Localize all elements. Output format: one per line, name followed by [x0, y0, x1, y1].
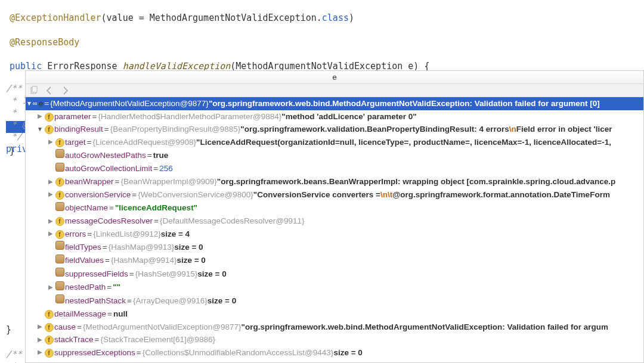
variables-tree[interactable]: ∞ e = {MethodArgumentNotValidException@9…	[26, 97, 643, 362]
var-name: parameter	[54, 111, 91, 123]
tree-row[interactable]: nestedPath = ""	[26, 281, 643, 294]
var-type: {HandlerMethod$HandlerMethodParameter@98…	[98, 111, 281, 123]
property-icon	[55, 281, 64, 290]
var-type: {LicenceAddRequest@9908}	[92, 136, 196, 148]
forward-icon[interactable]	[60, 86, 70, 95]
expand-icon[interactable]	[26, 100, 33, 108]
var-name: autoGrowNestedPaths	[65, 150, 146, 162]
field-icon: f	[45, 113, 54, 122]
debug-variables-panel[interactable]: e ∞ e = {MethodArgumentNotValidException…	[25, 70, 644, 363]
var-value: 256	[159, 163, 173, 175]
expand-icon[interactable]	[36, 348, 44, 357]
property-icon	[55, 294, 64, 303]
var-value: "org.springframework.beans.BeanWrapperIm…	[217, 176, 616, 188]
tree-row[interactable]: nestedPathStack = {ArrayDeque@9916} size…	[26, 294, 643, 308]
var-name: e	[39, 98, 44, 110]
tree-row[interactable]: f cause = {MethodArgumentNotValidExcepti…	[26, 321, 643, 334]
code-line: @ExceptionHandler(value = MethodArgument…	[6, 12, 644, 24]
tree-row[interactable]: f parameter = {HandlerMethod$HandlerMeth…	[26, 110, 643, 123]
tree-row[interactable]: f conversionService = {WebConversionServ…	[26, 188, 643, 201]
expand-icon[interactable]	[36, 112, 44, 121]
var-value: "org.springframework.web.bind.MethodArgu…	[209, 98, 600, 110]
property-icon	[55, 255, 64, 263]
tree-row[interactable]: f errors = {LinkedList@9912} size = 4	[26, 228, 643, 241]
escape-seq: \n	[380, 189, 388, 201]
tree-row[interactable]: fieldTypes = {HashMap@9913} size = 0	[26, 240, 643, 254]
annotation: @ResponseBody	[10, 37, 79, 48]
var-type: {LinkedList@9912}	[93, 228, 161, 240]
tree-row[interactable]: fieldValues = {HashMap@9914} size = 0	[26, 254, 643, 268]
tree-row[interactable]: suppressedFields = {HashSet@9915} size =…	[26, 267, 643, 281]
back-icon[interactable]	[45, 86, 54, 95]
tree-row[interactable]: f messageCodesResolver = {DefaultMessage…	[26, 215, 643, 228]
var-type: {ArrayDeque@9916}	[133, 295, 208, 307]
tree-row-root[interactable]: ∞ e = {MethodArgumentNotValidException@9…	[26, 97, 643, 110]
var-type: {WebConversionService@9800}	[138, 189, 253, 201]
var-value: "LicenceAddRequest(organizationId=null, …	[196, 136, 611, 148]
var-type: {HashSet@9915}	[135, 268, 198, 280]
expand-icon[interactable]	[47, 138, 54, 147]
var-value: ""	[113, 281, 120, 293]
var-name: target	[65, 136, 86, 148]
var-size: size = 4	[161, 228, 190, 240]
expand-icon[interactable]	[36, 322, 44, 331]
tree-row[interactable]: f beanWrapper = {BeanWrapperImpl@9909} "…	[26, 175, 643, 188]
expand-icon[interactable]	[47, 229, 54, 238]
expand-icon[interactable]	[36, 125, 44, 134]
var-name: errors	[65, 228, 86, 240]
var-type: {HashMap@9913}	[109, 241, 175, 253]
var-type: {BeanPropertyBindingResult@9885}	[110, 123, 241, 135]
property-icon	[55, 149, 64, 158]
var-value: "ConversionService converters =	[253, 189, 380, 201]
field-icon: f	[55, 230, 64, 239]
tree-row[interactable]: autoGrowNestedPaths = true	[26, 148, 643, 162]
tree-row[interactable]: f stackTrace = {StackTraceElement[61]@98…	[26, 333, 643, 346]
expand-icon[interactable]	[47, 217, 54, 226]
editor-gutter-code: /** * 1 * * @ */ priv } /** * 主	[0, 70, 25, 363]
var-name: suppressedFields	[65, 268, 128, 280]
property-icon	[55, 163, 64, 172]
field-icon: f	[45, 349, 54, 358]
field-icon: f	[55, 217, 64, 226]
var-value: "org.springframework.validation.BeanProp…	[240, 123, 509, 135]
tree-row[interactable]: f bindingResult = {BeanPropertyBindingRe…	[26, 123, 643, 136]
code-line: @ResponseBody	[6, 36, 644, 48]
property-icon	[55, 268, 64, 277]
field-icon: f	[45, 125, 54, 134]
var-type: {StackTraceElement[61]@9886}	[100, 334, 215, 346]
expand-icon[interactable]	[47, 178, 54, 187]
var-name: objectName	[65, 202, 108, 214]
field-icon: f	[55, 178, 64, 187]
tree-row[interactable]: f target = {LicenceAddRequest@9908} "Lic…	[26, 136, 643, 149]
tree-row[interactable]: f suppressedExceptions = {Collections$Un…	[26, 346, 643, 359]
expand-icon[interactable]	[36, 336, 44, 345]
property-icon	[55, 241, 64, 250]
field-icon: f	[45, 310, 54, 319]
escape-seq: \n	[509, 123, 516, 135]
debug-toolbar	[26, 84, 643, 97]
expand-icon[interactable]	[47, 190, 54, 199]
field-icon: f	[55, 138, 64, 147]
tree-row[interactable]: objectName = "licenceAddRequest"	[26, 201, 643, 215]
var-name: bindingResult	[54, 123, 103, 135]
var-name: beanWrapper	[65, 176, 114, 188]
field-icon: f	[45, 323, 54, 332]
var-value: null	[113, 308, 128, 320]
var-type: {Collections$UnmodifiableRandomAccessLis…	[143, 347, 334, 359]
var-name: cause	[54, 321, 76, 333]
var-size: size = 0	[208, 295, 236, 307]
debug-tab-title[interactable]: e	[26, 71, 643, 84]
var-type: {MethodArgumentNotValidException@9877}	[83, 321, 242, 333]
expand-icon[interactable]	[47, 283, 54, 292]
copy-icon[interactable]	[29, 86, 39, 95]
var-value: "org.springframework.web.bind.MethodArgu…	[242, 321, 608, 333]
var-value: "method 'addLicence' parameter 0"	[281, 111, 416, 123]
tree-row[interactable]: autoGrowCollectionLimit = 256	[26, 162, 643, 176]
var-name: fieldTypes	[65, 241, 101, 253]
var-type: {BeanWrapperImpl@9909}	[120, 176, 216, 188]
var-value: "licenceAddRequest"	[115, 202, 197, 214]
var-name: messageCodesResolver	[65, 215, 153, 227]
var-name: nestedPathStack	[65, 295, 126, 307]
tree-row[interactable]: f detailMessage = null	[26, 308, 643, 321]
var-value: true	[153, 150, 169, 162]
